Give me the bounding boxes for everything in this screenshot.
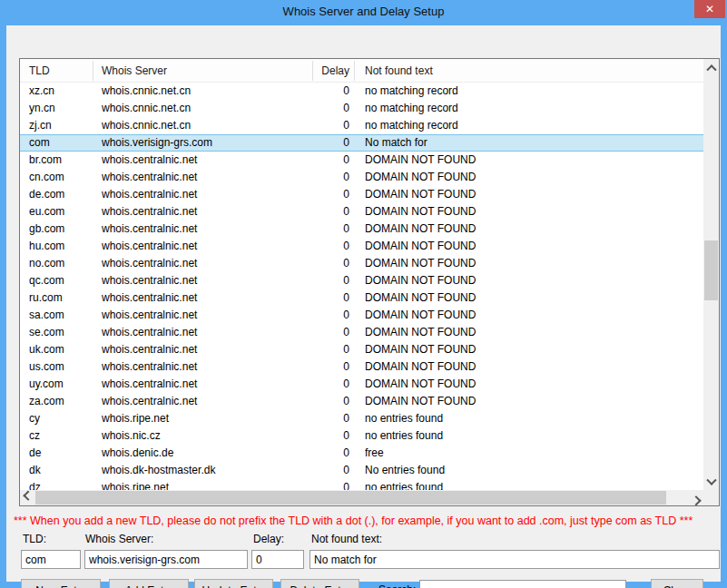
column-separator[interactable]	[312, 61, 313, 81]
not-found-text-field[interactable]	[309, 550, 720, 569]
cell-tld: cy	[29, 410, 93, 427]
new-entry-button[interactable]: New Entry	[21, 579, 101, 588]
horizontal-scroll-thumb[interactable]	[35, 491, 666, 505]
cell-tld: dk	[29, 462, 93, 479]
delay-label: Delay:	[253, 533, 284, 545]
cell-whois-server: whois.dk-hostmaster.dk	[102, 462, 309, 479]
cell-whois-server: whois.centralnic.net	[102, 169, 309, 186]
cell-whois-server: whois.centralnic.net	[102, 307, 309, 324]
table-row[interactable]: us.com whois.centralnic.net 0 DOMAIN NOT…	[20, 358, 703, 376]
table-row[interactable]: dz whois.ripe.net 0 no entries found	[20, 479, 703, 490]
column-header-tld[interactable]: TLD	[29, 59, 93, 83]
table-row[interactable]: de.com whois.centralnic.net 0 DOMAIN NOT…	[20, 186, 703, 203]
cell-not-found-text: no entries found	[365, 479, 701, 490]
update-entry-button[interactable]: Update Entry	[194, 579, 273, 588]
cell-delay: 0	[312, 445, 349, 462]
cell-tld: de	[29, 445, 93, 462]
table-row[interactable]: de whois.denic.de 0 free	[20, 445, 703, 462]
table-row[interactable]: za.com whois.centralnic.net 0 DOMAIN NOT…	[20, 393, 703, 410]
cell-tld: yn.cn	[29, 100, 93, 117]
close-button[interactable]: ✕	[694, 0, 725, 18]
column-header-whois-server[interactable]: Whois Server	[102, 59, 309, 83]
table-row[interactable]: se.com whois.centralnic.net 0 DOMAIN NOT…	[20, 324, 703, 341]
column-separator[interactable]	[93, 61, 93, 81]
table-header: TLD Whois Server Delay Not found text	[20, 59, 703, 83]
table-row[interactable]: uk.com whois.centralnic.net 0 DOMAIN NOT…	[20, 341, 703, 358]
dialog-window: Whois Server and Delay Setup ✕ TLD Whois…	[0, 0, 727, 588]
search-input[interactable]	[419, 580, 626, 588]
cell-not-found-text: DOMAIN NOT FOUND	[365, 203, 701, 220]
delete-entry-button[interactable]: Delete Entry	[280, 579, 359, 588]
table-row[interactable]: cy whois.ripe.net 0 no entries found	[20, 410, 703, 427]
whois-server-field[interactable]	[84, 550, 248, 569]
close-icon: ✕	[705, 0, 714, 18]
close-dialog-button[interactable]: Close	[651, 579, 703, 588]
cell-whois-server: whois.centralnic.net	[102, 358, 309, 376]
vertical-scroll-thumb[interactable]	[704, 240, 718, 300]
scroll-left-button[interactable]	[20, 490, 35, 505]
column-separator[interactable]	[354, 61, 355, 81]
cell-delay: 0	[312, 307, 349, 324]
cell-delay: 0	[312, 134, 349, 152]
table-row[interactable]: no.com whois.centralnic.net 0 DOMAIN NOT…	[20, 255, 703, 272]
cell-tld: uk.com	[29, 341, 93, 358]
cell-delay: 0	[312, 358, 349, 376]
table-row[interactable]: cz whois.nic.cz 0 no entries found	[20, 427, 703, 445]
table-row[interactable]: cn.com whois.centralnic.net 0 DOMAIN NOT…	[20, 169, 703, 186]
vertical-scrollbar[interactable]	[703, 59, 719, 490]
table-row[interactable]: sa.com whois.centralnic.net 0 DOMAIN NOT…	[20, 307, 703, 324]
cell-not-found-text: no matching record	[365, 100, 701, 117]
search-label: Search:	[378, 583, 416, 588]
cell-whois-server: whois.centralnic.net	[102, 186, 309, 203]
cell-delay: 0	[312, 117, 349, 134]
cell-delay: 0	[312, 462, 349, 479]
add-entry-button[interactable]: Add Entry	[109, 579, 189, 588]
cell-not-found-text: DOMAIN NOT FOUND	[365, 220, 701, 238]
not-found-text-label: Not found text:	[311, 533, 382, 545]
cell-delay: 0	[312, 100, 349, 117]
table-row[interactable]: qc.com whois.centralnic.net 0 DOMAIN NOT…	[20, 272, 703, 289]
cell-tld: no.com	[29, 255, 93, 272]
chevron-left-icon	[23, 490, 33, 500]
cell-tld: se.com	[29, 324, 93, 341]
column-header-delay[interactable]: Delay	[312, 59, 349, 83]
delay-field[interactable]	[251, 550, 304, 569]
dialog-title: Whois Server and Delay Setup	[0, 0, 727, 25]
cell-tld: sa.com	[29, 307, 93, 324]
cell-delay: 0	[312, 220, 349, 238]
cell-whois-server: whois.centralnic.net	[102, 341, 309, 358]
cell-whois-server: whois.cnnic.net.cn	[102, 100, 309, 117]
tld-field[interactable]	[21, 550, 81, 569]
table-row[interactable]: br.com whois.centralnic.net 0 DOMAIN NOT…	[20, 152, 703, 169]
table-row[interactable]: yn.cn whois.cnnic.net.cn 0 no matching r…	[20, 100, 703, 117]
scroll-up-button[interactable]	[703, 59, 719, 74]
column-header-not-found-text[interactable]: Not found text	[365, 59, 701, 83]
table-row[interactable]: com whois.verisign-grs.com 0 No match fo…	[20, 134, 703, 152]
cell-delay: 0	[312, 186, 349, 203]
cell-not-found-text: no matching record	[365, 117, 701, 134]
cell-not-found-text: DOMAIN NOT FOUND	[365, 152, 701, 169]
table-row[interactable]: hu.com whois.centralnic.net 0 DOMAIN NOT…	[20, 238, 703, 255]
cell-not-found-text: No entries found	[365, 462, 701, 479]
cell-whois-server: whois.centralnic.net	[102, 289, 309, 307]
table-row[interactable]: zj.cn whois.cnnic.net.cn 0 no matching r…	[20, 117, 703, 134]
cell-whois-server: whois.ripe.net	[102, 479, 309, 490]
cell-whois-server: whois.denic.de	[102, 445, 309, 462]
cell-not-found-text: no entries found	[365, 427, 701, 445]
table-row[interactable]: gb.com whois.centralnic.net 0 DOMAIN NOT…	[20, 220, 703, 238]
table-row[interactable]: ru.com whois.centralnic.net 0 DOMAIN NOT…	[20, 289, 703, 307]
cell-delay: 0	[312, 203, 349, 220]
horizontal-scrollbar[interactable]	[20, 490, 703, 505]
scroll-right-button[interactable]	[688, 490, 703, 505]
cell-not-found-text: DOMAIN NOT FOUND	[365, 341, 701, 358]
cell-delay: 0	[312, 238, 349, 255]
cell-not-found-text: No match for	[365, 134, 701, 152]
table-row[interactable]: xz.cn whois.cnnic.net.cn 0 no matching r…	[20, 83, 703, 100]
cell-whois-server: whois.centralnic.net	[102, 324, 309, 341]
cell-not-found-text: DOMAIN NOT FOUND	[365, 393, 701, 410]
scroll-down-button[interactable]	[703, 475, 719, 490]
table-row[interactable]: dk whois.dk-hostmaster.dk 0 No entries f…	[20, 462, 703, 479]
scrollbar-corner	[703, 490, 719, 505]
table-row[interactable]: uy.com whois.centralnic.net 0 DOMAIN NOT…	[20, 376, 703, 393]
table-row[interactable]: eu.com whois.centralnic.net 0 DOMAIN NOT…	[20, 203, 703, 220]
